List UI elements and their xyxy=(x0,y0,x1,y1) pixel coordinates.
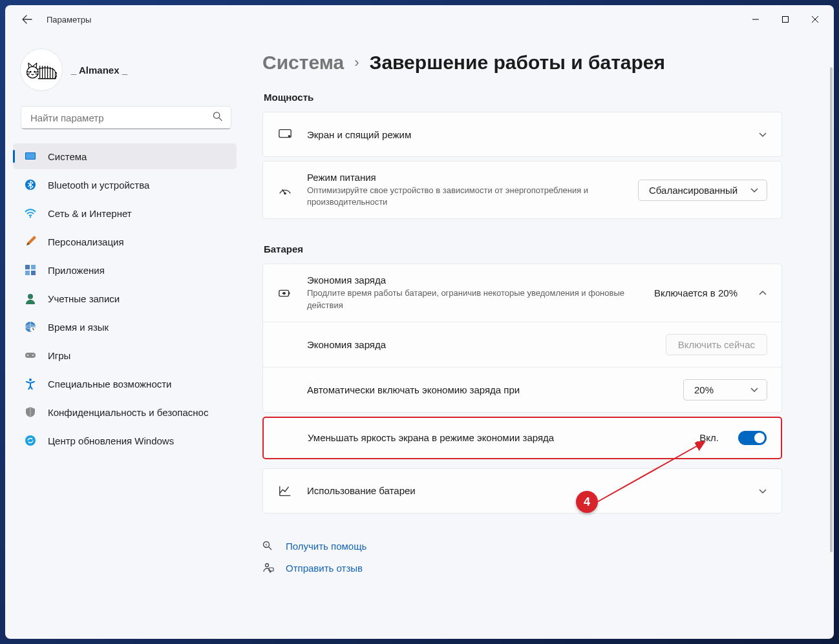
back-button[interactable] xyxy=(18,10,36,28)
link-help[interactable]: ? Получить помощь xyxy=(262,541,782,552)
search-input[interactable] xyxy=(21,106,231,129)
link-text: Отправить отзыв xyxy=(286,563,363,574)
svg-rect-17 xyxy=(25,353,36,358)
nav-label: Учетные записи xyxy=(48,293,120,304)
nav-time-language[interactable]: Время и язык xyxy=(13,314,237,340)
app-title: Параметры xyxy=(47,15,91,25)
shield-icon xyxy=(25,406,36,418)
section-battery-label: Батарея xyxy=(264,244,782,254)
breadcrumb-parent[interactable]: Система xyxy=(262,52,344,74)
svg-point-21 xyxy=(25,435,36,446)
nav-label: Система xyxy=(48,151,87,162)
wifi-icon xyxy=(25,207,36,219)
main: Система › Завершение работы и батарея Мо… xyxy=(239,34,834,639)
gauge-icon xyxy=(277,183,293,197)
nav-label: Специальные возможности xyxy=(48,379,172,390)
breadcrumb-separator: › xyxy=(354,54,359,71)
settings-window: Параметры xyxy=(5,5,834,639)
nav-windows-update[interactable]: Центр обновления Windows xyxy=(13,428,237,453)
svg-point-2 xyxy=(30,71,31,72)
saver-summary: Включается в 20% xyxy=(654,287,738,298)
card-title: Режим питания xyxy=(307,172,624,183)
dim-toggle[interactable] xyxy=(738,431,767,445)
svg-point-4 xyxy=(213,112,219,118)
row-label: Автоматически включать экономию заряда п… xyxy=(307,384,670,395)
nav-gaming[interactable]: Игры xyxy=(13,342,237,368)
section-power-label: Мощность xyxy=(264,92,782,103)
nav-personalization[interactable]: Персонализация xyxy=(13,229,237,254)
chart-icon xyxy=(277,484,293,498)
svg-point-20 xyxy=(29,379,32,381)
row-saver-auto: Автоматически включать экономию заряда п… xyxy=(263,367,781,412)
dropdown-value: Сбалансированный xyxy=(649,185,738,196)
nav-accounts[interactable]: Учетные записи xyxy=(13,286,237,311)
chevron-up-icon xyxy=(758,289,767,298)
avatar-cat-icon xyxy=(26,58,57,81)
minimize-icon xyxy=(752,16,759,23)
feedback-icon xyxy=(262,563,274,574)
nav-bluetooth[interactable]: Bluetooth и устройства xyxy=(13,172,237,198)
close-button[interactable] xyxy=(800,9,830,30)
svg-rect-10 xyxy=(31,265,36,269)
nav-accessibility[interactable]: Специальные возможности xyxy=(13,371,237,397)
svg-rect-0 xyxy=(783,17,789,23)
link-feedback[interactable]: Отправить отзыв xyxy=(262,563,782,574)
card-title: Экономия заряда xyxy=(307,275,640,286)
svg-point-29 xyxy=(266,563,269,566)
scroll-thumb[interactable] xyxy=(830,67,833,552)
nav-apps[interactable]: Приложения xyxy=(13,257,237,283)
svg-rect-6 xyxy=(26,153,35,159)
row-saver-now: Экономия заряда Включить сейчас xyxy=(263,322,781,367)
svg-rect-11 xyxy=(25,271,30,275)
card-title: Экран и спящий режим xyxy=(307,129,744,140)
gamepad-icon xyxy=(25,349,36,361)
breadcrumb-current: Завершение работы и батарея xyxy=(370,52,665,74)
scrollbar[interactable] xyxy=(830,67,833,631)
avatar xyxy=(21,49,62,90)
footer-links: ? Получить помощь Отправить отзыв xyxy=(262,541,782,574)
nav-label: Bluetooth и устройства xyxy=(48,180,149,191)
nav-label: Персонализация xyxy=(48,236,124,247)
chevron-down-icon xyxy=(758,486,767,495)
breadcrumb: Система › Завершение работы и батарея xyxy=(262,52,782,74)
svg-point-23 xyxy=(288,135,291,138)
system-icon xyxy=(25,151,36,162)
nav-network[interactable]: Сеть & и Интернет xyxy=(13,200,237,226)
nav-privacy[interactable]: Конфиденциальность и безопаснос xyxy=(13,399,237,425)
body: _ Almanex _ Система Bluetooth и устро xyxy=(5,34,834,639)
titlebar: Параметры xyxy=(5,5,834,34)
nav-system[interactable]: Система xyxy=(13,143,237,169)
svg-rect-9 xyxy=(25,265,30,269)
dropdown-value: 20% xyxy=(694,384,714,395)
card-subtitle: Продлите время работы батареи, ограничив… xyxy=(307,287,640,311)
card-screen-sleep[interactable]: Экран и спящий режим xyxy=(262,112,782,157)
svg-rect-12 xyxy=(31,271,36,275)
profile[interactable]: _ Almanex _ xyxy=(13,44,239,106)
nav-label: Время и язык xyxy=(48,322,109,333)
svg-point-3 xyxy=(34,71,36,72)
annotation-number: 4 xyxy=(584,495,590,509)
svg-text:?: ? xyxy=(265,543,268,546)
sidebar: _ Almanex _ Система Bluetooth и устро xyxy=(5,34,239,639)
battery-saver-header[interactable]: Экономия заряда Продлите время работы ба… xyxy=(263,264,781,321)
accessibility-icon xyxy=(25,378,36,390)
close-icon xyxy=(812,16,818,23)
nav-label: Игры xyxy=(48,350,70,361)
arrow-left-icon xyxy=(22,14,32,25)
nav-label: Сеть & и Интернет xyxy=(48,208,132,219)
username: _ Almanex _ xyxy=(71,65,127,76)
enable-now-button[interactable]: Включить сейчас xyxy=(666,334,767,355)
brush-icon xyxy=(25,236,36,247)
user-icon xyxy=(25,293,36,304)
svg-point-13 xyxy=(28,294,33,299)
row-label: Экономия заряда xyxy=(307,339,653,350)
update-icon xyxy=(25,435,36,446)
nav-label: Приложения xyxy=(48,265,105,276)
maximize-button[interactable] xyxy=(770,9,800,30)
window-controls xyxy=(741,9,830,30)
auto-threshold-dropdown[interactable]: 20% xyxy=(683,379,767,400)
minimize-button[interactable] xyxy=(741,9,770,30)
svg-rect-26 xyxy=(289,292,290,295)
card-battery-saver: Экономия заряда Продлите время работы ба… xyxy=(262,264,782,412)
power-mode-dropdown[interactable]: Сбалансированный xyxy=(638,180,767,201)
